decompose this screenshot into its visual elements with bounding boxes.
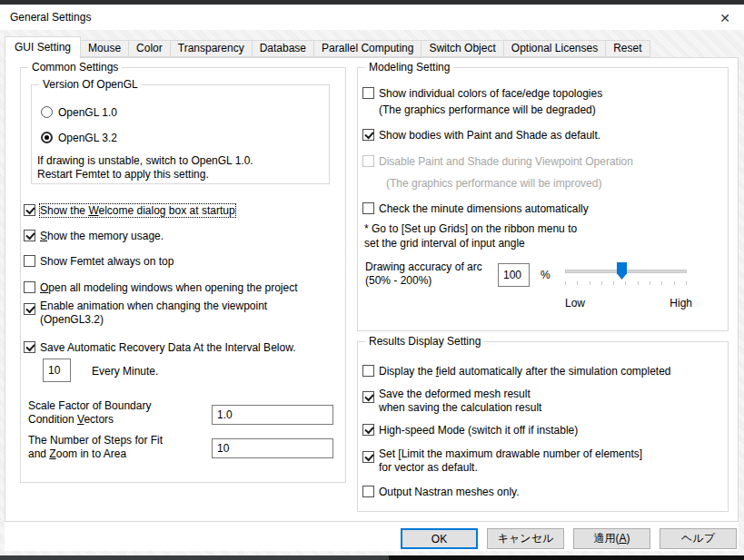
checkbox-show-memory-usage[interactable]: Show the memory usage. [24, 230, 164, 242]
group-results-display-setting-legend: Results Display Setting [365, 335, 484, 348]
interval-minutes-input[interactable] [43, 359, 71, 382]
checkbox-open-all-modeling-windows[interactable]: Open all modeling windows when opening t… [24, 281, 298, 294]
checkbox-enable-animation[interactable]: Enable animation when changing the viewp… [24, 300, 267, 327]
apply-button[interactable]: 適用(A) [573, 528, 650, 549]
arc-accuracy-unit: % [541, 269, 551, 282]
interval-minutes-label: Every Minute. [92, 365, 158, 378]
checkbox-show-individual-colors-label: Show individual colors of face/edge topo… [379, 87, 602, 100]
tab-transparency[interactable]: Transparency [170, 40, 253, 57]
label-text: Show the [40, 204, 88, 217]
checkbox-checked-icon[interactable] [24, 230, 35, 241]
radio-opengl-1-0[interactable]: OpenGL 1.0 [41, 106, 117, 119]
checkbox-limit-drawable-elements-label: Set [Limit the maximum drawable number o… [379, 447, 642, 475]
group-modeling-setting-legend: Modeling Setting [365, 61, 453, 74]
checkbox-show-femtet-on-top[interactable]: Show Femtet always on top [24, 255, 174, 268]
title-bar[interactable]: General Settings ✕ [0, 5, 744, 30]
group-results-display-setting: Results Display Setting Display the fiel… [357, 341, 729, 512]
tab-mouse[interactable]: Mouse [80, 40, 129, 57]
checkbox-output-nastran-only-label: Output Nastran meshes only. [379, 486, 520, 498]
label-text: Display the [379, 365, 436, 378]
checkbox-checked-icon[interactable] [24, 204, 35, 216]
label-line2: (50% - 200%) [365, 274, 432, 287]
ok-button-label: OK [432, 533, 447, 545]
checkbox-high-speed-mode-label: High-speed Mode (switch it off if instab… [379, 424, 578, 437]
tab-page-gui-setting: Common Settings Version Of OpenGL OpenGL… [5, 57, 739, 522]
checkbox-high-speed-mode[interactable]: High-speed Mode (switch it off if instab… [362, 424, 578, 437]
close-button[interactable]: ✕ [711, 7, 739, 28]
scale-factor-input[interactable] [212, 405, 333, 425]
checkbox-output-nastran-only[interactable]: Output Nastran meshes only. [362, 486, 520, 498]
fit-steps-input[interactable] [212, 438, 333, 458]
checkbox-checked-icon[interactable] [362, 451, 374, 463]
checkbox-unchecked-icon[interactable] [24, 281, 35, 293]
tab-database[interactable]: Database [252, 40, 314, 57]
arc-accuracy-input[interactable] [498, 263, 530, 287]
checkbox-unchecked-icon[interactable] [24, 255, 35, 267]
checkbox-show-welcome-dialog[interactable]: Show the Welcome dialog box at startup [24, 204, 235, 217]
group-common-settings: Common Settings Version Of OpenGL OpenGL… [20, 67, 346, 483]
checkbox-unchecked-icon[interactable] [362, 87, 374, 99]
checkbox-show-individual-colors[interactable]: Show individual colors of face/edge topo… [362, 87, 602, 100]
label-accesskey: O [40, 281, 48, 294]
label-accesskey: A [619, 532, 626, 545]
help-button[interactable]: ヘルプ [660, 528, 737, 549]
help-button-label: ヘルプ [681, 531, 715, 546]
checkbox-limit-drawable-elements[interactable]: Set [Limit the maximum drawable number o… [362, 447, 642, 475]
group-version-of-opengl-legend: Version Of OpenGL [39, 78, 142, 91]
slider-high-label: High [670, 297, 692, 309]
checkbox-disabled-icon [362, 155, 374, 167]
tab-switch-object[interactable]: Switch Object [421, 40, 503, 57]
label-line2: and [28, 447, 49, 460]
checkbox-display-field-automatically[interactable]: Display the field automatically after th… [362, 365, 671, 378]
cancel-button[interactable]: キャンセル [487, 528, 564, 549]
cancel-button-label: キャンセル [498, 531, 553, 546]
label-accesskey: S [40, 230, 47, 242]
radio-circle-selected-icon[interactable] [41, 132, 53, 143]
arc-accuracy-slider-thumb[interactable] [617, 262, 627, 280]
checkbox-unchecked-icon[interactable] [362, 202, 374, 214]
label-line2: Condition [28, 413, 77, 426]
checkbox-checked-icon[interactable] [362, 424, 374, 436]
tab-optional-licenses[interactable]: Optional Licenses [503, 40, 606, 57]
group-common-settings-legend: Common Settings [28, 61, 122, 74]
checkbox-show-bodies-paint-shade[interactable]: Show bodies with Paint and Shade as defa… [362, 129, 600, 142]
label-accesskey: W [88, 204, 98, 217]
fit-steps-label: The Number of Steps for Fitand Zoom in t… [28, 434, 163, 461]
checkbox-save-deformed-mesh-label: Save the deformed mesh resultwhen saving… [379, 388, 541, 415]
checkbox-save-automatic-recovery-label: Save Automatic Recovery Data At the Inte… [40, 341, 295, 354]
tab-gui-setting[interactable]: GUI Setting [5, 36, 81, 59]
label-line2: ectors [84, 413, 114, 426]
checkbox-unchecked-icon[interactable] [362, 365, 374, 377]
checkbox-unchecked-icon[interactable] [362, 486, 374, 497]
checkbox-check-minute-dimensions[interactable]: Check the minute dimensions automaticall… [362, 202, 589, 215]
label-accesskey: Z [49, 447, 55, 460]
show-individual-colors-note: (The graphics performance will be degrad… [379, 103, 596, 117]
checkbox-save-automatic-recovery[interactable]: Save Automatic Recovery Data At the Inte… [24, 341, 295, 354]
close-icon: ✕ [719, 11, 730, 25]
group-version-of-opengl: Version Of OpenGL OpenGL 1.0 OpenGL 3.2 … [31, 84, 330, 184]
label-text: elcome dialog box at startup [98, 204, 234, 217]
checkbox-save-deformed-mesh[interactable]: Save the deformed mesh resultwhen saving… [362, 388, 541, 415]
label-text: 適用( [593, 532, 619, 545]
ok-button[interactable]: OK [401, 528, 478, 549]
slider-range-labels: Low High [565, 297, 692, 309]
tab-parallel-computing[interactable]: Parallel Computing [313, 40, 422, 57]
radio-opengl-3-2-label: OpenGL 3.2 [58, 132, 117, 144]
checkbox-show-bodies-paint-shade-label: Show bodies with Paint and Shade as defa… [379, 129, 600, 142]
label-line1: Enable animation when changing the viewp… [40, 300, 267, 312]
tab-reset[interactable]: Reset [605, 40, 650, 57]
label-line2: (OpenGL3.2) [40, 313, 104, 326]
checkbox-checked-icon[interactable] [362, 129, 374, 141]
general-settings-dialog: General Settings ✕ GUI Setting Mouse Col… [0, 5, 744, 555]
checkbox-disable-paint-shade-label: Disable Paint and Shade during Viewpoint… [379, 155, 633, 168]
checkbox-checked-icon[interactable] [362, 391, 374, 403]
label-line2: for vector as default. [379, 461, 478, 474]
tab-color[interactable]: Color [128, 40, 171, 57]
opengl-note-line2: Restart Femtet to apply this setting. [37, 168, 209, 182]
checkbox-checked-icon[interactable] [24, 303, 35, 315]
radio-circle-icon[interactable] [41, 106, 53, 118]
radio-opengl-3-2[interactable]: OpenGL 3.2 [41, 132, 117, 144]
scale-factor-label: Scale Factor of BoundaryCondition Vector… [28, 399, 151, 427]
checkbox-checked-icon[interactable] [24, 341, 35, 353]
slider-ticks [565, 281, 687, 285]
